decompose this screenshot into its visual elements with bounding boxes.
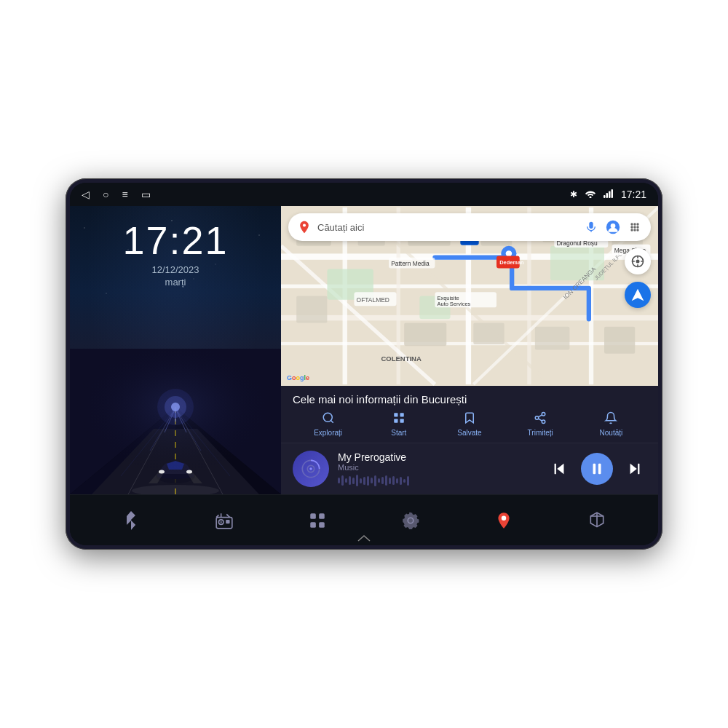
svg-rect-97 (394, 413, 397, 416)
svg-rect-116 (226, 519, 229, 523)
tab-saved-label: Salvate (457, 429, 481, 437)
svg-rect-28 (70, 349, 281, 494)
apps-grid-button[interactable] (299, 502, 336, 539)
bluetooth-button[interactable] (113, 502, 149, 539)
tab-news[interactable]: Noutăți (576, 411, 646, 437)
waveform-bar (338, 478, 340, 483)
svg-point-79 (611, 223, 616, 229)
prev-button[interactable] (547, 457, 571, 480)
svg-rect-1 (606, 193, 608, 198)
news-icon (604, 411, 617, 427)
svg-rect-0 (604, 195, 606, 198)
search-input-text[interactable]: Căutați aici (317, 222, 578, 233)
svg-point-85 (636, 226, 638, 228)
tab-start[interactable]: Start (363, 411, 434, 437)
google-logo: Google (287, 374, 309, 381)
waveform-bar (396, 478, 398, 483)
svg-point-102 (535, 416, 539, 420)
up-arrow[interactable] (357, 534, 371, 544)
navigate-button[interactable] (625, 282, 651, 308)
left-panel: 17:21 12/12/2023 marți (70, 206, 281, 494)
microphone-icon[interactable] (584, 220, 598, 234)
music-subtitle: Music (338, 463, 539, 472)
menu-icon[interactable]: ≡ (122, 189, 127, 200)
svg-text:Dedeman: Dedeman (499, 259, 524, 266)
svg-rect-99 (394, 419, 397, 423)
tab-saved[interactable]: Salvate (434, 411, 505, 437)
svg-point-81 (633, 223, 636, 225)
svg-rect-112 (598, 464, 601, 475)
tab-start-label: Start (391, 429, 406, 437)
svg-point-108 (309, 467, 312, 470)
main-content: 17:21 12/12/2023 marți (70, 206, 658, 494)
tab-share[interactable]: Trimiteți (505, 411, 576, 437)
map-search-bar[interactable]: Căutați aici (288, 213, 651, 241)
svg-point-118 (221, 521, 222, 523)
svg-rect-122 (310, 513, 316, 519)
tab-share-label: Trimiteți (528, 429, 553, 437)
status-indicators: ✱ 17:21 (570, 189, 646, 200)
waveform-bar (385, 475, 387, 486)
svg-rect-110 (555, 464, 556, 475)
explore-icon (322, 411, 335, 427)
search-right-icons (584, 220, 642, 234)
album-art (293, 451, 329, 487)
svg-rect-2 (609, 191, 611, 198)
account-icon[interactable] (606, 220, 620, 234)
svg-text:Auto Services: Auto Services (438, 301, 471, 307)
radio-button[interactable] (206, 502, 242, 539)
svg-text:OFTALMED: OFTALMED (357, 296, 389, 304)
waveform-bar (349, 476, 351, 485)
play-pause-button[interactable] (581, 453, 613, 485)
svg-point-80 (630, 223, 633, 225)
settings-button[interactable] (392, 502, 429, 539)
svg-line-96 (331, 420, 333, 422)
svg-point-127 (502, 515, 507, 521)
svg-point-82 (636, 223, 638, 225)
svg-marker-109 (557, 464, 563, 475)
music-player: My Prerogative Music (281, 443, 658, 494)
info-panel: Cele mai noi informații din București Ex… (281, 386, 658, 443)
map-area[interactable]: OFTALMED ION CREANGA JUDEȚUL ILFOV COLEN… (281, 206, 658, 386)
start-icon (392, 411, 405, 427)
svg-point-83 (630, 226, 633, 228)
waveform-bar (381, 477, 384, 484)
svg-point-77 (303, 223, 306, 226)
clock-widget: 17:21 12/12/2023 marți (122, 221, 228, 288)
apps-icon[interactable] (628, 220, 642, 234)
waveform-bar (363, 477, 365, 485)
back-icon[interactable]: ◁ (82, 189, 90, 200)
waveform-bar (389, 478, 391, 484)
signal-icon (604, 189, 614, 200)
maps-button[interactable] (486, 502, 522, 539)
waveform-bar (378, 478, 380, 483)
svg-point-103 (542, 420, 545, 424)
waveform-bar (374, 475, 376, 486)
svg-rect-52 (404, 323, 446, 347)
home-icon[interactable]: ○ (103, 189, 108, 200)
waveform-bar (360, 478, 362, 483)
3d-button[interactable] (579, 502, 615, 539)
tab-news-label: Noutăți (600, 429, 623, 437)
saved-icon (463, 411, 476, 427)
clock-time: 17:21 (122, 221, 228, 260)
svg-text:COLENTINA: COLENTINA (381, 355, 422, 363)
waveform-bar (341, 475, 344, 486)
time-display: 17:21 (621, 189, 646, 200)
waveform-bar (352, 478, 355, 484)
svg-point-101 (542, 413, 545, 416)
svg-rect-54 (535, 327, 570, 350)
svg-point-57 (506, 250, 512, 256)
tab-explore[interactable]: Explorați (293, 411, 363, 437)
recents-icon[interactable]: ▭ (141, 189, 151, 200)
map-layers-button[interactable] (625, 248, 651, 274)
svg-rect-53 (473, 323, 504, 345)
svg-point-95 (323, 413, 332, 422)
tab-explore-label: Explorați (314, 429, 342, 437)
svg-line-104 (539, 419, 542, 421)
next-button[interactable] (623, 457, 646, 480)
svg-rect-51 (296, 296, 327, 323)
svg-rect-123 (319, 513, 325, 519)
svg-point-87 (633, 229, 636, 231)
waveform-bar (400, 477, 402, 485)
